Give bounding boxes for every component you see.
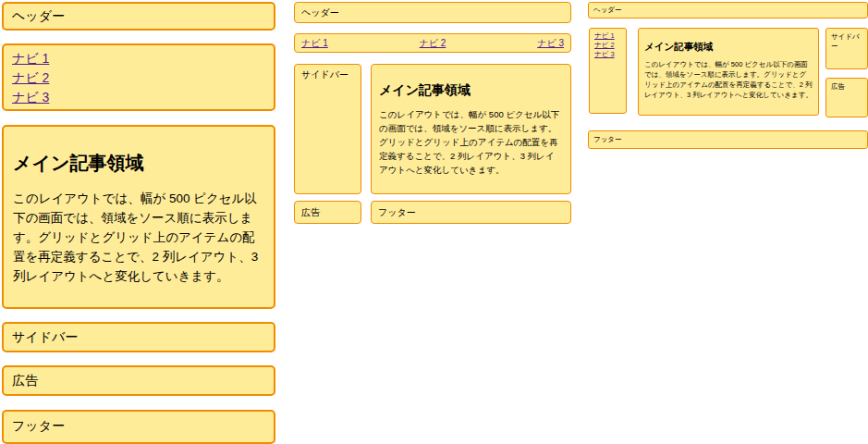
header-label: ヘッダー xyxy=(593,6,622,14)
footer-label: フッター xyxy=(378,207,416,217)
ad-box: 広告 xyxy=(2,365,275,396)
header-box: ヘッダー xyxy=(2,2,275,31)
ad-label: 広告 xyxy=(831,82,845,91)
footer-label: フッター xyxy=(593,135,622,143)
header-label: ヘッダー xyxy=(12,8,65,23)
screen: ヘッダー ナビ 1 ナビ 2 ナビ 3 メイン記事領域 このレイアウトでは、幅が… xyxy=(0,0,868,444)
header-box: ヘッダー xyxy=(588,2,868,18)
nav-box: ナビ 1 ナビ 2 ナビ 3 xyxy=(2,43,275,111)
nav-link-3[interactable]: ナビ 3 xyxy=(594,50,621,59)
ad-label: 広告 xyxy=(301,207,320,217)
main-article-paragraph: このレイアウトでは、幅が 500 ピクセル以下の画面では、領域をソース順に表示し… xyxy=(379,107,563,177)
main-article-paragraph: このレイアウトでは、幅が 500 ピクセル以下の画面では、領域をソース順に表示し… xyxy=(644,59,813,100)
nav-link-2[interactable]: ナビ 2 xyxy=(420,37,446,50)
nav-link-3[interactable]: ナビ 3 xyxy=(12,88,265,107)
main-article-box: メイン記事領域 このレイアウトでは、幅が 500 ピクセル以下の画面では、領域を… xyxy=(371,64,571,194)
nav-link-3[interactable]: ナビ 3 xyxy=(537,37,564,50)
main-article-paragraph: このレイアウトでは、幅が 500 ピクセル以下の画面では、領域をソース順に表示し… xyxy=(13,189,264,286)
footer-label: フッター xyxy=(12,418,65,433)
nav-box: ナビ 1 ナビ 2 ナビ 3 xyxy=(294,33,571,53)
nav-link-1[interactable]: ナビ 1 xyxy=(12,49,265,68)
header-label: ヘッダー xyxy=(301,7,339,18)
ad-box: 広告 xyxy=(294,201,361,224)
main-article-heading: メイン記事領域 xyxy=(644,41,813,54)
sidebar-label: サイドバー xyxy=(301,69,348,80)
sidebar-label: サイドバー xyxy=(12,329,78,344)
ad-box: 広告 xyxy=(825,78,868,117)
ad-label: 広告 xyxy=(12,373,38,388)
header-box: ヘッダー xyxy=(294,2,571,23)
nav-link-1[interactable]: ナビ 1 xyxy=(301,37,328,50)
sidebar-label: サイドバー xyxy=(831,32,860,50)
main-article-heading: メイン記事領域 xyxy=(379,82,563,99)
nav-box: ナビ 1 ナビ 2 ナビ 3 xyxy=(589,28,627,114)
sidebar-box: サイドバー xyxy=(825,28,868,69)
main-article-box: メイン記事領域 このレイアウトでは、幅が 500 ピクセル以下の画面では、領域を… xyxy=(2,125,275,309)
footer-box: フッター xyxy=(371,201,571,224)
sidebar-box: サイドバー xyxy=(2,322,275,352)
footer-box: フッター xyxy=(588,130,868,149)
nav-link-1[interactable]: ナビ 1 xyxy=(594,31,621,41)
footer-box: フッター xyxy=(2,410,275,444)
nav-link-2[interactable]: ナビ 2 xyxy=(594,41,621,50)
sidebar-box: サイドバー xyxy=(294,64,361,194)
main-article-heading: メイン記事領域 xyxy=(13,151,264,176)
nav-link-2[interactable]: ナビ 2 xyxy=(12,68,265,88)
main-article-box: メイン記事領域 このレイアウトでは、幅が 500 ピクセル以下の画面では、領域を… xyxy=(638,28,819,116)
